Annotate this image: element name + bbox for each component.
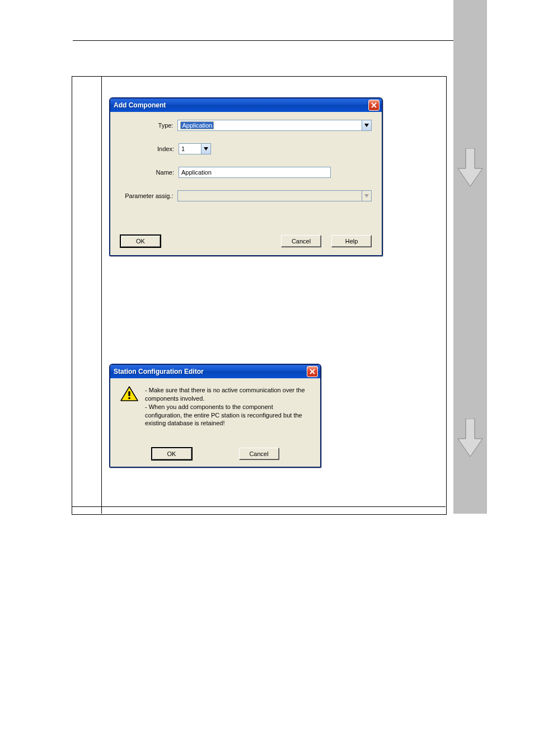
cancel-button[interactable]: Cancel <box>281 235 321 247</box>
param-select <box>177 190 372 201</box>
svg-rect-0 <box>128 391 130 396</box>
dialog-title: Add Component <box>114 101 368 109</box>
close-icon <box>310 369 315 374</box>
station-config-dialog: Station Configuration Editor - Make sure… <box>109 364 321 468</box>
chevron-down-icon <box>364 194 369 198</box>
name-input[interactable] <box>179 167 331 178</box>
ok-button[interactable]: OK <box>120 235 161 247</box>
dropdown-button[interactable] <box>362 120 371 130</box>
dialog-body: - Make sure that there is no active comm… <box>110 378 320 467</box>
frame-row-divider <box>72 506 446 507</box>
dialog-titlebar[interactable]: Station Configuration Editor <box>110 365 320 378</box>
warning-icon <box>120 386 138 402</box>
dropdown-button[interactable] <box>201 144 210 154</box>
name-label: Name: <box>120 169 179 176</box>
chevron-down-icon <box>204 147 208 151</box>
arrow-down-icon <box>458 148 483 186</box>
form-row-name: Name: <box>120 167 372 178</box>
type-label: Type: <box>120 122 177 129</box>
form-row-param: Parameter assig.: <box>120 190 372 201</box>
chevron-down-icon <box>364 124 369 127</box>
add-component-dialog: Add Component Type: Application Index: <box>109 97 383 256</box>
type-value: Application <box>180 121 214 129</box>
type-select[interactable]: Application <box>177 120 372 131</box>
dialog-title: Station Configuration Editor <box>114 368 307 375</box>
param-label: Parameter assig.: <box>120 192 177 199</box>
dialog-body: Type: Application Index: 1 N <box>110 112 382 255</box>
index-label: Index: <box>120 145 179 152</box>
close-button[interactable] <box>307 366 318 377</box>
form-row-type: Type: Application <box>120 120 372 131</box>
ok-button[interactable]: OK <box>152 448 192 460</box>
frame-column-divider <box>101 76 102 514</box>
index-select[interactable]: 1 <box>179 143 211 154</box>
svg-point-1 <box>128 397 130 400</box>
dropdown-button <box>362 191 371 201</box>
dialog-button-row: OK Cancel <box>118 434 312 460</box>
arrow-down-icon <box>458 419 483 457</box>
header-rule <box>73 40 453 41</box>
warning-row: - Make sure that there is no active comm… <box>118 384 312 434</box>
cancel-button[interactable]: Cancel <box>239 448 279 460</box>
page: Add Component Type: Application Index: <box>0 0 534 756</box>
close-button[interactable] <box>368 100 380 111</box>
close-icon <box>371 102 377 108</box>
dialog-titlebar[interactable]: Add Component <box>110 98 382 112</box>
help-button[interactable]: Help <box>331 235 372 247</box>
form-row-index: Index: 1 <box>120 143 372 154</box>
dialog-button-row: OK Cancel Help <box>120 233 372 247</box>
index-value: 1 <box>181 145 185 152</box>
warning-text: - Make sure that there is no active comm… <box>145 386 307 428</box>
